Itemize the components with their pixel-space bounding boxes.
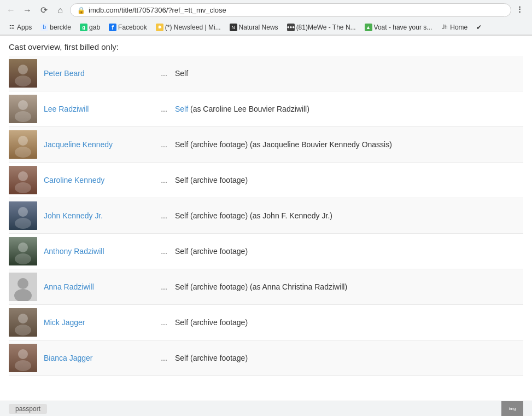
cast-role: Self (archive footage) <box>175 354 523 362</box>
svg-point-25 <box>18 349 28 359</box>
cast-role: Self <box>175 69 523 78</box>
cast-name[interactable]: Mick Jagger <box>44 318 153 327</box>
svg-point-11 <box>15 182 31 193</box>
svg-point-13 <box>18 207 28 217</box>
svg-point-19 <box>17 278 28 289</box>
cast-name[interactable]: Anthony Radziwill <box>44 247 153 256</box>
cast-name[interactable]: John Kennedy Jr. <box>44 211 153 220</box>
address-bar[interactable]: 🔒 imdb.com/title/tt7057306/?ref_=tt_mv_c… <box>70 3 511 17</box>
cast-row: Mick Jagger...Self (archive footage) <box>9 305 523 340</box>
svg-point-8 <box>15 147 31 158</box>
bookmark-berckle-label: berckle <box>50 24 71 31</box>
bookmark-naturalnews-label: Natural News <box>239 24 278 31</box>
cast-dots: ... <box>153 282 175 291</box>
cast-role-text: Self (archive footage) <box>175 140 248 149</box>
voat-icon: ▲ <box>365 24 372 31</box>
facebook-icon: f <box>109 24 116 31</box>
svg-point-14 <box>15 218 31 229</box>
svg-point-16 <box>18 242 28 252</box>
cast-row: Peter Beard...Self <box>9 56 523 91</box>
cast-role: Self (archive footage) (as John F. Kenne… <box>175 211 523 220</box>
bookmark-naturalnews[interactable]: N Natural News <box>226 22 282 32</box>
svg-point-1 <box>18 65 28 74</box>
cast-list: Peter Beard...Self Lee Radziwill...Self … <box>9 56 523 376</box>
home-bookmark-icon: Jh <box>441 24 448 31</box>
cast-photo <box>9 95 37 123</box>
cast-row: John Kennedy Jr....Self (archive footage… <box>9 198 523 234</box>
bookmark-extra-label: ✔ <box>476 24 482 31</box>
bookmark-extra[interactable]: ✔ <box>473 22 485 32</box>
svg-point-26 <box>15 360 31 371</box>
svg-point-7 <box>18 136 28 146</box>
section-title: Cast overview, first billed only: <box>9 42 523 51</box>
bookmarks-bar: ☷ Apps b berckle g gab f Facebook ✸ (*) … <box>0 20 532 35</box>
cast-role-text: Self <box>175 69 188 78</box>
cast-name[interactable]: Lee Radziwill <box>44 105 153 113</box>
cast-role-link[interactable]: Self <box>175 105 188 113</box>
cast-role-text: Self (archive footage) <box>175 247 248 256</box>
cast-dots: ... <box>153 318 175 327</box>
bookmark-gab[interactable]: g gab <box>77 22 103 32</box>
cast-role: Self (archive footage) (as Jacqueline Bo… <box>175 140 523 149</box>
bookmark-home-label: Home <box>450 24 467 31</box>
bookmark-berckle[interactable]: b berckle <box>37 22 74 32</box>
cast-photo <box>9 166 37 194</box>
cast-role-note: (as John F. Kennedy Jr.) <box>248 211 332 220</box>
naturalnews-icon: N <box>230 24 237 31</box>
bookmark-facebook[interactable]: f Facebook <box>106 22 150 32</box>
cast-dots: ... <box>153 140 175 149</box>
home-button[interactable]: ⌂ <box>54 4 67 17</box>
cast-dots: ... <box>153 176 175 184</box>
bookmark-newsfeed-label: (*) Newsfeed | Mi... <box>165 24 221 31</box>
mewe-icon: ●●● <box>287 24 295 31</box>
cast-name[interactable]: Peter Beard <box>44 69 153 78</box>
cast-dots: ... <box>153 354 175 362</box>
bookmark-mewe-label: (81)MeWe - The N... <box>296 24 356 31</box>
cast-name[interactable]: Jacqueline Kennedy <box>44 140 153 149</box>
cast-dots: ... <box>153 247 175 256</box>
cast-role-text: Self (archive footage) <box>175 176 248 184</box>
url-text: imdb.com/title/tt7057306/?ref_=tt_mv_clo… <box>89 6 226 14</box>
bookmark-gab-label: gab <box>89 24 100 31</box>
cast-name[interactable]: Anna Radziwill <box>44 282 153 291</box>
apps-icon: ☷ <box>8 24 15 31</box>
cast-photo <box>9 344 37 372</box>
cast-role: Self (archive footage) <box>175 247 523 256</box>
cast-row: Caroline Kennedy...Self (archive footage… <box>9 163 523 198</box>
cast-photo <box>9 237 37 265</box>
berckle-icon: b <box>40 24 48 31</box>
svg-point-2 <box>15 76 31 86</box>
svg-point-5 <box>15 111 31 122</box>
svg-point-23 <box>15 325 31 336</box>
cast-name[interactable]: Caroline Kennedy <box>44 176 153 184</box>
cast-name[interactable]: Bianca Jagger <box>44 354 153 362</box>
bookmark-apps[interactable]: ☷ Apps <box>4 22 35 32</box>
back-button[interactable]: ← <box>4 4 17 17</box>
cast-photo <box>9 130 37 159</box>
bookmark-voat[interactable]: ▲ Voat - have your s... <box>361 22 436 32</box>
cast-photo <box>9 273 37 301</box>
bookmark-home[interactable]: Jh Home <box>437 22 471 32</box>
cast-photo <box>9 308 37 337</box>
bookmark-voat-label: Voat - have your s... <box>374 24 432 31</box>
svg-point-17 <box>15 253 31 264</box>
cast-role-note: (as Jacqueline Bouvier Kennedy Onassis) <box>248 140 392 149</box>
forward-button[interactable]: → <box>21 4 34 17</box>
cast-role-text: Self (archive footage) <box>175 282 248 291</box>
cast-role-note: (as Caroline Lee Bouvier Radziwill) <box>188 105 309 113</box>
cast-dots: ... <box>153 211 175 220</box>
cast-role: Self (archive footage) <box>175 318 523 327</box>
bookmark-newsfeed[interactable]: ✸ (*) Newsfeed | Mi... <box>153 22 224 32</box>
bookmark-mewe[interactable]: ●●● (81)MeWe - The N... <box>284 22 359 32</box>
cast-role-note: (as Anna Christina Radziwill) <box>248 282 347 291</box>
cast-dots: ... <box>153 105 175 113</box>
cast-row: Jacqueline Kennedy...Self (archive foota… <box>9 127 523 163</box>
cast-role-text: Self (archive footage) <box>175 354 248 362</box>
cast-row: Anna Radziwill...Self (archive footage) … <box>9 269 523 305</box>
svg-point-10 <box>18 171 28 181</box>
bookmark-apps-label: Apps <box>17 24 32 31</box>
cast-role-text: Self (archive footage) <box>175 211 248 220</box>
reload-button[interactable]: ⟳ <box>37 4 50 17</box>
nav-bar: ← → ⟳ ⌂ 🔒 imdb.com/title/tt7057306/?ref_… <box>0 0 532 20</box>
extensions-button[interactable]: ⠇ <box>515 4 528 17</box>
